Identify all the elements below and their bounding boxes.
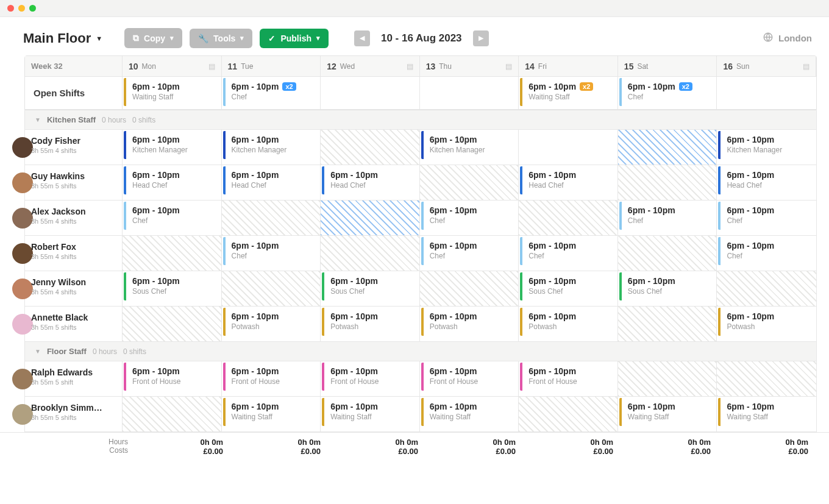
- shift-cell[interactable]: 6pm - 10pm Sous Chef: [618, 271, 717, 307]
- shift-cell[interactable]: [618, 307, 717, 342]
- group-header[interactable]: ▼ Kitchen Staff 0 hours 0 shifts: [25, 110, 816, 130]
- shift-cell[interactable]: 6pm - 10pm Chef: [519, 236, 618, 271]
- employee-cell[interactable]: Cody Fisher 3h 55m 4 shifts: [25, 130, 123, 165]
- shift-cell[interactable]: 6pm - 10pm Potwash: [519, 307, 618, 342]
- shift-cell[interactable]: 6pm - 10pm Waiting Staff: [717, 397, 816, 432]
- open-shift-card[interactable]: 6pm - 10pm Waiting Staff: [124, 78, 220, 106]
- shift-cell[interactable]: 6pm - 10pm Chef: [123, 201, 222, 236]
- shift-card[interactable]: 6pm - 10pm Waiting Staff: [718, 398, 815, 426]
- shift-cell[interactable]: [321, 130, 420, 165]
- shift-cell[interactable]: 6pm - 10pm Sous Chef: [321, 271, 420, 307]
- employee-cell[interactable]: Robert Fox 3h 55m 4 shifts: [25, 236, 123, 271]
- shift-cell[interactable]: [123, 307, 222, 342]
- next-week-button[interactable]: ▶: [473, 30, 489, 46]
- employee-cell[interactable]: Annette Black 3h 55m 5 shifts: [25, 307, 123, 342]
- shift-cell[interactable]: 6pm - 10pm Front of House: [321, 361, 420, 397]
- tools-button[interactable]: 🔧 Tools ▾: [190, 29, 252, 48]
- shift-cell[interactable]: [519, 201, 618, 236]
- shift-cell[interactable]: [420, 165, 519, 201]
- day-header[interactable]: 14 Fri: [519, 56, 618, 77]
- shift-cell[interactable]: 6pm - 10pm Waiting Staff: [321, 397, 420, 432]
- shift-card[interactable]: 6pm - 10pm Waiting Staff: [619, 398, 716, 426]
- shift-cell[interactable]: [618, 165, 717, 201]
- shift-cell[interactable]: [519, 130, 618, 165]
- shift-card[interactable]: 6pm - 10pm Front of House: [223, 363, 319, 391]
- shift-cell[interactable]: [222, 201, 321, 236]
- day-header[interactable]: 13 Thu ▤: [420, 56, 519, 77]
- shift-cell[interactable]: 6pm - 10pm Kitchen Manager: [717, 130, 816, 165]
- maximize-window-icon[interactable]: [29, 5, 36, 12]
- shift-cell[interactable]: 6pm - 10pm Waiting Staff: [420, 397, 519, 432]
- day-header[interactable]: 12 Wed ▤: [321, 56, 420, 77]
- shift-cell[interactable]: [618, 130, 717, 165]
- shift-card[interactable]: 6pm - 10pm Sous Chef: [619, 272, 716, 300]
- shift-cell[interactable]: [321, 201, 420, 236]
- shift-card[interactable]: 6pm - 10pm Sous Chef: [124, 272, 220, 300]
- shift-cell[interactable]: 6pm - 10pm Chef: [717, 236, 816, 271]
- shift-cell[interactable]: 6pm - 10pm Chef: [618, 201, 717, 236]
- shift-cell[interactable]: [420, 271, 519, 307]
- shift-card[interactable]: 6pm - 10pm Head Chef: [223, 166, 319, 194]
- shift-cell[interactable]: 6pm - 10pm Head Chef: [123, 165, 222, 201]
- shift-cell[interactable]: 6pm - 10pm Potwash: [717, 307, 816, 342]
- shift-card[interactable]: 6pm - 10pm Potwash: [322, 308, 418, 336]
- shift-cell[interactable]: 6pm - 10pm Potwash: [222, 307, 321, 342]
- note-icon[interactable]: ▤: [407, 62, 413, 71]
- day-header[interactable]: 11 Tue: [222, 56, 321, 77]
- shift-card[interactable]: 6pm - 10pm Potwash: [718, 308, 815, 336]
- shift-cell[interactable]: [321, 236, 420, 271]
- shift-cell[interactable]: [123, 397, 222, 432]
- shift-card[interactable]: 6pm - 10pm Kitchen Manager: [421, 131, 518, 159]
- shift-cell[interactable]: [717, 361, 816, 397]
- shift-cell[interactable]: 6pm - 10pm Chef: [420, 236, 519, 271]
- shift-cell[interactable]: 6pm - 10pm Kitchen Manager: [420, 130, 519, 165]
- shift-card[interactable]: 6pm - 10pm Head Chef: [322, 166, 418, 194]
- shift-cell[interactable]: 6pm - 10pm Sous Chef: [519, 271, 618, 307]
- day-header[interactable]: 15 Sat: [618, 56, 717, 77]
- day-header[interactable]: 10 Mon ▤: [123, 56, 222, 77]
- shift-cell[interactable]: 6pm - 10pm Head Chef: [519, 165, 618, 201]
- open-shift-cell[interactable]: [420, 77, 519, 110]
- shift-cell[interactable]: 6pm - 10pm Kitchen Manager: [123, 130, 222, 165]
- shift-cell[interactable]: [618, 361, 717, 397]
- shift-cell[interactable]: 6pm - 10pm Head Chef: [717, 165, 816, 201]
- employee-cell[interactable]: Alex Jackson 3h 55m 4 shifts: [25, 201, 123, 236]
- shift-card[interactable]: 6pm - 10pm Waiting Staff: [223, 398, 319, 426]
- shift-card[interactable]: 6pm - 10pm Chef: [718, 202, 815, 230]
- open-shift-cell[interactable]: 6pm - 10pm x2 Chef: [618, 77, 717, 110]
- shift-cell[interactable]: 6pm - 10pm Head Chef: [222, 165, 321, 201]
- employee-cell[interactable]: Guy Hawkins 3h 55m 5 shifts: [25, 165, 123, 201]
- shift-card[interactable]: 6pm - 10pm Waiting Staff: [421, 398, 518, 426]
- shift-cell[interactable]: 6pm - 10pm Potwash: [321, 307, 420, 342]
- open-shift-cell[interactable]: 6pm - 10pm Waiting Staff: [123, 77, 222, 110]
- open-shift-card[interactable]: 6pm - 10pm x2 Chef: [223, 78, 319, 106]
- shift-card[interactable]: 6pm - 10pm Waiting Staff: [322, 398, 418, 426]
- shift-card[interactable]: 6pm - 10pm Potwash: [223, 308, 319, 336]
- shift-card[interactable]: 6pm - 10pm Potwash: [421, 308, 518, 336]
- shift-card[interactable]: 6pm - 10pm Sous Chef: [520, 272, 616, 300]
- note-icon[interactable]: ▤: [505, 62, 512, 71]
- shift-cell[interactable]: [222, 271, 321, 307]
- shift-cell[interactable]: 6pm - 10pm Chef: [222, 236, 321, 271]
- shift-card[interactable]: 6pm - 10pm Head Chef: [124, 166, 220, 194]
- shift-card[interactable]: 6pm - 10pm Chef: [520, 237, 616, 265]
- shift-card[interactable]: 6pm - 10pm Front of House: [322, 363, 418, 391]
- shift-cell[interactable]: 6pm - 10pm Waiting Staff: [618, 397, 717, 432]
- shift-cell[interactable]: 6pm - 10pm Front of House: [420, 361, 519, 397]
- shift-cell[interactable]: [717, 271, 816, 307]
- open-shift-cell[interactable]: [321, 77, 420, 110]
- open-shift-card[interactable]: 6pm - 10pm x2 Waiting Staff: [520, 78, 616, 106]
- shift-cell[interactable]: 6pm - 10pm Front of House: [222, 361, 321, 397]
- prev-week-button[interactable]: ◀: [354, 30, 370, 46]
- shift-card[interactable]: 6pm - 10pm Kitchen Manager: [223, 131, 319, 159]
- shift-card[interactable]: 6pm - 10pm Potwash: [520, 308, 616, 336]
- shift-card[interactable]: 6pm - 10pm Chef: [619, 202, 716, 230]
- shift-card[interactable]: 6pm - 10pm Head Chef: [520, 166, 616, 194]
- shift-card[interactable]: 6pm - 10pm Chef: [223, 237, 319, 265]
- note-icon[interactable]: ▤: [208, 62, 215, 71]
- shift-card[interactable]: 6pm - 10pm Front of House: [520, 363, 616, 391]
- employee-cell[interactable]: Ralph Edwards 3h 55m 5 shift: [25, 361, 123, 397]
- copy-button[interactable]: ⧉ Copy ▾: [124, 28, 182, 48]
- shift-card[interactable]: 6pm - 10pm Kitchen Manager: [124, 131, 220, 159]
- day-header[interactable]: 16 Sun ▤: [717, 56, 816, 77]
